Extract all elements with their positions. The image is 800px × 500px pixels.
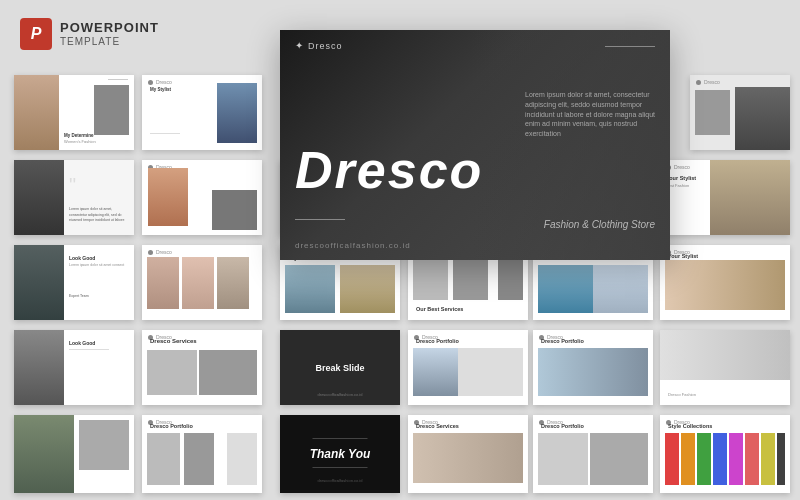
slide-thumb[interactable]: Dresco Dresco Fashion [660,330,790,405]
swatch-purple [729,433,743,485]
slide-image [735,87,790,150]
app-label: P POWERPOINT TEMPLATE [20,18,159,50]
slide-image-1 [538,433,588,485]
slide-thumb[interactable]: Dresco Your Stylist Best Fashion [660,160,790,235]
slide-image-2 [182,257,214,309]
brand-text: Dresco [674,164,690,170]
break-title: Break Slide [315,363,364,373]
slide-subtitle: Lorem ipsum dolor sit amet consect [69,263,129,268]
slide-header: Dresco [696,79,720,85]
page-container: P POWERPOINT TEMPLATE Dresco My Determin… [0,0,800,500]
slide-thank-you[interactable]: Thank You drescoofficalfashion.co.id [280,415,400,493]
slide-image [14,245,64,320]
slide-text: Dresco Fashion [668,392,696,397]
slide-image-1 [147,257,179,309]
brand-dot [148,250,153,255]
swatch-orange [681,433,695,485]
thank-you-title: Thank You [310,447,371,461]
hero-url: drescoofficalfashion.co.id [295,241,411,250]
hero-brand-icon: ✦ [295,40,303,51]
slide-subtext: Women's Fashion [64,139,96,144]
hero-brand-name: Dresco [308,41,343,51]
slide-title: Your Stylist [668,253,698,259]
slide-image [217,83,257,143]
swatch-pink [745,433,759,485]
slide-thumb[interactable]: Dresco Dresco Portfolio [408,330,528,405]
swatch-blue [713,433,727,485]
slide-text: Lorem ipsum dolor sit amet, consectetur … [69,207,129,223]
slide-title: Our Best Services [416,306,463,312]
brand-text: Dresco [156,79,172,85]
swatch-dark [777,433,785,485]
ppt-sub: TEMPLATE [60,36,159,47]
hero-title: Dresco [295,140,483,200]
brand-text: Dresco [704,79,720,85]
slide-title: Dresco Services [150,338,197,344]
slide-image-1 [413,260,448,300]
slide-header: Dresco [148,249,172,255]
slide-break[interactable]: Break Slide drescoofficalfashion.co.id [280,330,400,405]
slide-thumb[interactable]: Dresco [142,160,262,235]
brand-dot [148,80,153,85]
swatch-yellow [761,433,775,485]
slide-thumb[interactable]: Dresco " Lorem ipsum dolor sit amet, con… [14,160,134,235]
slide-thumb[interactable]: Dresco Look Good Lorem ipsum dolor sit a… [14,245,134,320]
slide-image-1 [147,350,197,395]
slide-image-2 [593,265,648,313]
slide-image-3 [227,433,257,485]
slide-title: Dresco Portfolio [416,338,459,344]
slide-thumb[interactable]: Dresco Style Collections [660,415,790,493]
swatch-green [697,433,711,485]
slide-image [14,75,59,150]
quote-mark: " [69,175,76,195]
deco-line-2 [313,467,368,468]
hero-slide[interactable]: ✦ Dresco Lorem ipsum dolor sit amet, con… [280,30,670,260]
slide-thumb[interactable]: Dresco Your Stylist [660,245,790,320]
slide-image-1 [14,415,74,493]
slide-image [14,160,64,235]
deco-line [313,438,368,439]
slide-image-3 [217,257,249,309]
slide-thumb[interactable]: Dresco Dresco Portfolio [533,415,653,493]
slide-image-2 [695,90,730,135]
brand-dot [696,80,701,85]
slide-thumb[interactable]: Dresco My Determine Women's Fashion [14,75,134,150]
slide-text: My Determine [64,133,94,138]
slide-thumb[interactable]: Dresco Dresco Portfolio [142,415,262,493]
slide-title: Look Good [69,255,95,261]
slide-header: Dresco [148,79,172,85]
ppt-icon: P [20,18,52,50]
hero-line-top [605,46,655,47]
slide-thumb[interactable]: Dresco [142,245,262,320]
slide-thumb[interactable]: Dresco [14,415,134,493]
slide-image [413,433,523,483]
slide-title: Your Stylist [666,175,696,181]
slide-image [14,330,64,405]
slide-text: My Stylist [150,87,171,92]
slide-thumb[interactable]: Dresco [690,75,790,150]
break-subtitle: drescoofficalfashion.co.id [318,392,363,397]
slide-title: Dresco Portfolio [150,423,193,429]
slide-image [665,260,785,310]
brand-text: Dresco [156,249,172,255]
slide-image [148,168,188,226]
slides-grid: Dresco My Determine Women's Fashion Dres… [0,0,800,500]
slide-image-2 [199,350,257,395]
slide-thumb[interactable]: Dresco Dresco Services [408,415,528,493]
slide-image-1 [538,265,593,313]
slide-image-2 [79,420,129,470]
slide-image-2 [212,190,257,230]
slide-image-2 [340,265,395,313]
slide-thumb[interactable]: Dresco Look Good [14,330,134,405]
slide-image-3 [498,260,523,300]
slide-image-2 [453,260,488,300]
slide-thumb[interactable]: Dresco Dresco Portfolio [533,330,653,405]
team-name-1: Expert Team [69,294,89,298]
slide-title: Style Collections [668,423,712,429]
slide-title: Dresco Portfolio [541,423,584,429]
slide-image [660,330,790,380]
ppt-brand: POWERPOINT [60,21,159,35]
slide-thumb[interactable]: Dresco Dresco Services [142,330,262,405]
slide-image-1 [285,265,335,313]
slide-thumb[interactable]: Dresco My Stylist [142,75,262,150]
